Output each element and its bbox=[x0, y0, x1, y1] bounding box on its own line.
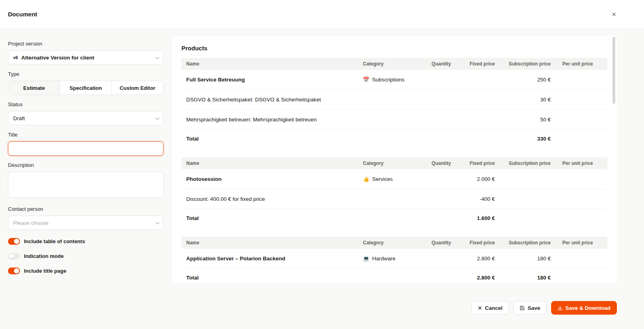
type-option-estimate[interactable]: Estimate bbox=[8, 81, 60, 95]
hardware-icon: 💻 bbox=[363, 256, 369, 262]
products-table-2: Name Category Quantity Fixed price Subsc… bbox=[181, 157, 607, 227]
product-quantity bbox=[418, 169, 456, 189]
type-option-specification[interactable]: Specification bbox=[60, 81, 112, 95]
products-panel: Products Name Category Quantity Fixed pr… bbox=[172, 36, 617, 283]
download-icon bbox=[557, 305, 563, 311]
product-quantity bbox=[418, 70, 456, 90]
col-quantity: Quantity bbox=[418, 58, 456, 70]
cancel-button[interactable]: ✕ Cancel bbox=[471, 301, 509, 315]
products-heading: Products bbox=[181, 45, 607, 52]
product-category: 👍Services bbox=[358, 169, 418, 189]
products-table-1: Name Category Quantity Fixed price Subsc… bbox=[181, 58, 607, 148]
contact-person-placeholder: Please choose bbox=[13, 220, 49, 226]
vertical-scrollbar[interactable] bbox=[612, 37, 615, 104]
product-subscription-price: 250 € bbox=[500, 70, 555, 90]
col-subscription-price: Subscription price bbox=[500, 157, 555, 169]
total-per-unit-price bbox=[555, 269, 607, 283]
table-row: Mehrsprachigkeit betreuen: Mehrsprachigk… bbox=[181, 110, 607, 130]
project-version-value: Alternative Version for client bbox=[21, 55, 94, 61]
product-per-unit-price bbox=[555, 70, 607, 90]
total-label: Total bbox=[181, 209, 358, 228]
total-category bbox=[358, 269, 418, 283]
modal-header: Document × bbox=[0, 0, 644, 29]
include-title-page-toggle[interactable] bbox=[8, 268, 20, 274]
product-per-unit-price bbox=[555, 189, 607, 209]
close-icon[interactable]: × bbox=[612, 11, 616, 18]
toggle-knob bbox=[14, 239, 19, 244]
col-per-unit-price: Per unit price bbox=[555, 157, 607, 169]
product-name: Full Service Betreuung bbox=[181, 70, 358, 90]
table-row: Full Service Betreuung 📅Subscriptions 25… bbox=[181, 70, 607, 90]
col-category: Category bbox=[358, 58, 418, 70]
save-icon bbox=[520, 305, 525, 311]
col-fixed-price: Fixed price bbox=[456, 58, 500, 70]
type-segmented-control: Estimate Specification Custom Editor bbox=[8, 81, 163, 95]
col-per-unit-price: Per unit price bbox=[555, 58, 607, 70]
col-name: Name bbox=[181, 58, 358, 70]
toggle-row-indication-mode: Indication mode bbox=[8, 253, 163, 260]
save-button[interactable]: Save bbox=[513, 301, 547, 315]
total-row: Total 330 € bbox=[181, 130, 607, 148]
cancel-label: Cancel bbox=[485, 305, 502, 311]
save-label: Save bbox=[528, 305, 540, 311]
contact-person-select[interactable]: Please choose bbox=[8, 216, 163, 230]
col-fixed-price: Fixed price bbox=[456, 157, 500, 169]
save-and-download-label: Save & Download bbox=[565, 305, 611, 311]
product-option-name: Mehrsprachigkeit betreuen: Mehrsprachigk… bbox=[181, 110, 358, 130]
type-label: Type bbox=[8, 71, 163, 77]
title-input[interactable] bbox=[8, 141, 163, 156]
total-label: Total bbox=[181, 269, 358, 283]
project-version-label: Project version bbox=[8, 41, 163, 47]
total-fixed-price: 2.800 € bbox=[456, 269, 500, 283]
product-per-unit-price bbox=[555, 249, 607, 269]
product-quantity bbox=[418, 189, 456, 209]
description-textarea[interactable] bbox=[8, 172, 163, 198]
save-and-download-button[interactable]: Save & Download bbox=[551, 301, 617, 315]
product-per-unit-price bbox=[555, 110, 607, 130]
product-option-name: DSGVO & Sicherheitspaket: DSGVO & Sicher… bbox=[181, 90, 358, 110]
table-header-row: Name Category Quantity Fixed price Subsc… bbox=[181, 157, 607, 169]
modal-body: Project version v6 Alternative Version f… bbox=[0, 29, 644, 283]
toggle-knob bbox=[14, 268, 19, 274]
chevron-down-icon bbox=[156, 220, 160, 224]
project-version-select[interactable]: v6 Alternative Version for client bbox=[8, 50, 163, 65]
col-category: Category bbox=[358, 237, 418, 249]
product-subscription-price: 50 € bbox=[500, 110, 555, 130]
col-quantity: Quantity bbox=[418, 157, 456, 169]
status-select[interactable]: Draft bbox=[8, 111, 163, 125]
toggle-row-title-page: Include title page bbox=[8, 268, 163, 274]
total-quantity bbox=[418, 269, 456, 283]
product-quantity bbox=[418, 90, 456, 110]
product-fixed-price bbox=[456, 90, 500, 110]
table-header-row: Name Category Quantity Fixed price Subsc… bbox=[181, 237, 607, 249]
product-fixed-price: 2.800 € bbox=[456, 249, 500, 269]
product-category bbox=[358, 110, 418, 130]
category-label: Subscriptions bbox=[372, 77, 404, 83]
include-toc-toggle[interactable] bbox=[8, 238, 20, 245]
product-fixed-price bbox=[456, 70, 500, 90]
type-option-custom-editor[interactable]: Custom Editor bbox=[111, 81, 163, 95]
contact-person-label: Contact person bbox=[8, 206, 163, 212]
col-category: Category bbox=[358, 157, 418, 169]
chevron-down-icon bbox=[156, 55, 160, 59]
product-fixed-price bbox=[456, 110, 500, 130]
title-label: Title bbox=[8, 132, 163, 138]
product-per-unit-price bbox=[555, 90, 607, 110]
total-row: Total 2.800 € 180 € bbox=[181, 269, 607, 283]
col-name: Name bbox=[181, 157, 358, 169]
total-subscription-price: 330 € bbox=[500, 130, 555, 148]
total-row: Total 1.600 € bbox=[181, 209, 607, 228]
table-row: Photosession 👍Services 2.000 € bbox=[181, 169, 607, 189]
table-header-row: Name Category Quantity Fixed price Subsc… bbox=[181, 58, 607, 70]
indication-mode-label: Indication mode bbox=[24, 253, 64, 259]
toggle-row-table-of-contents: Include table of contents bbox=[8, 238, 163, 245]
version-badge: v6 bbox=[13, 55, 18, 60]
total-subscription-price bbox=[500, 209, 555, 228]
total-per-unit-price bbox=[555, 130, 607, 148]
product-category bbox=[358, 189, 418, 209]
product-category: 💻Hardware bbox=[358, 249, 418, 269]
indication-mode-toggle[interactable] bbox=[8, 253, 20, 260]
document-form: Project version v6 Alternative Version f… bbox=[8, 36, 163, 274]
close-icon: ✕ bbox=[478, 305, 482, 311]
subscriptions-icon: 📅 bbox=[363, 77, 369, 83]
